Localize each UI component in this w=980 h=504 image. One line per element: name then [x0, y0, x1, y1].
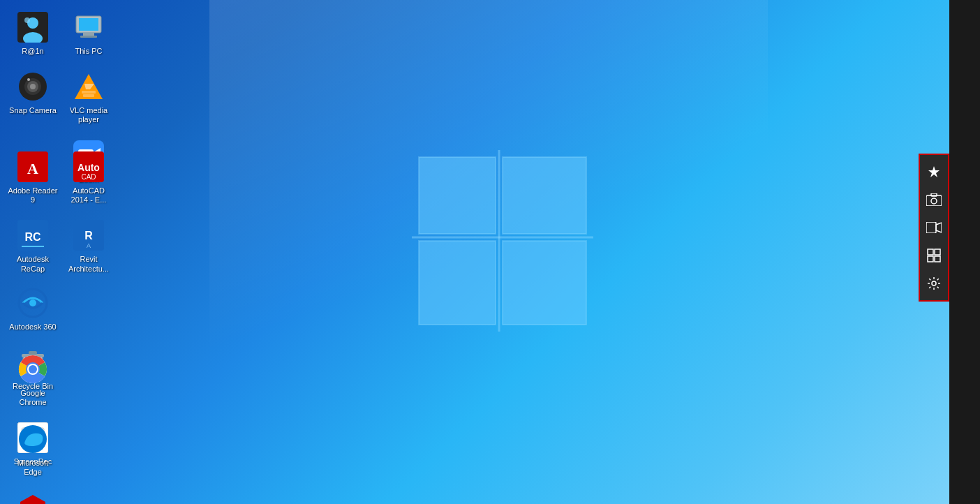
revit-icon: R A	[72, 218, 105, 252]
svg-rect-16	[82, 91, 96, 94]
google-chrome-icon	[16, 353, 50, 386]
icon-google-chrome[interactable]: Google Chrome	[5, 347, 61, 413]
svg-text:R: R	[84, 230, 93, 242]
pin-icon	[927, 165, 941, 179]
svg-rect-54	[931, 193, 937, 196]
icon-column-4: Auto CAD AutoCAD 2014 - E... R A Revit A…	[59, 143, 118, 281]
svg-rect-55	[926, 222, 936, 233]
toolbar-screenshot-button[interactable]	[920, 186, 948, 214]
svg-point-53	[931, 198, 937, 204]
windows-logo	[412, 150, 593, 334]
svg-marker-51	[928, 166, 940, 177]
icon-vlc[interactable]: VLC media player	[61, 64, 117, 130]
desktop: R@1n Snap Camera	[0, 0, 949, 504]
svg-rect-57	[928, 249, 933, 255]
icon-snap-camera[interactable]: Snap Camera	[5, 64, 61, 121]
svg-point-61	[932, 281, 936, 286]
gallery-icon	[927, 249, 941, 262]
svg-rect-17	[83, 94, 94, 97]
autodesk-recap-label: Autodesk ReCap	[8, 255, 58, 273]
google-chrome-label: Google Chrome	[8, 389, 58, 407]
svg-text:Auto: Auto	[77, 162, 100, 173]
video-icon	[926, 222, 942, 233]
autodesk360-icon	[16, 286, 50, 320]
screenshot-toolbar	[919, 154, 949, 302]
toolbar-pin-button[interactable]	[920, 158, 948, 186]
icon-autodesk360[interactable]: Autodesk 360	[5, 281, 61, 337]
right-panel	[949, 0, 980, 504]
microsoft-edge-label: Microsoft Edge	[8, 459, 58, 477]
vlc-label: VLC media player	[64, 106, 114, 124]
revit-label: Revit Architectu...	[64, 255, 114, 273]
icon-autodesk-recap[interactable]: RC Autodesk ReCap	[5, 213, 61, 279]
user-profile-label: R@1n	[22, 47, 43, 56]
snap-camera-label: Snap Camera	[9, 106, 57, 115]
svg-point-33	[29, 299, 36, 306]
k7total-icon: K7	[16, 491, 50, 504]
this-pc-icon	[72, 10, 105, 44]
microsoft-edge-icon	[16, 422, 50, 456]
svg-text:RC: RC	[24, 231, 41, 243]
icon-this-pc[interactable]: This PC	[61, 5, 117, 61]
svg-text:CAD: CAD	[81, 173, 96, 181]
svg-text:A: A	[87, 242, 91, 249]
icon-revit[interactable]: R A Revit Architectu...	[61, 213, 117, 279]
icon-adobe-reader[interactable]: A Adobe Reader 9	[5, 144, 61, 210]
svg-rect-14	[80, 36, 97, 38]
toolbar-video-button[interactable]	[920, 214, 948, 242]
svg-rect-58	[935, 249, 940, 255]
vlc-icon	[72, 70, 105, 103]
svg-point-9	[30, 84, 36, 89]
this-pc-label: This PC	[75, 47, 102, 56]
adobe-reader-icon: A	[16, 150, 50, 184]
icon-column-3: A Adobe Reader 9 RC Autodesk ReCap	[3, 143, 62, 281]
icon-column-7: Microsoft Edge K7 K7TotalSec...	[3, 415, 62, 504]
svg-rect-59	[928, 256, 933, 262]
adobe-reader-label: Adobe Reader 9	[8, 186, 58, 205]
svg-point-10	[27, 78, 30, 81]
icon-autocad[interactable]: Auto CAD AutoCAD 2014 - E...	[61, 144, 117, 210]
autodesk360-label: Autodesk 360	[9, 323, 56, 332]
svg-point-43	[29, 365, 37, 373]
icon-user-profile[interactable]: R@1n	[5, 5, 61, 61]
svg-marker-56	[936, 223, 942, 232]
user-profile-icon	[16, 10, 50, 44]
snap-camera-icon	[16, 70, 50, 103]
autocad-label: AutoCAD 2014 - E...	[64, 186, 114, 205]
autocad-icon: Auto CAD	[72, 150, 105, 184]
svg-rect-12	[79, 18, 98, 31]
toolbar-gallery-button[interactable]	[920, 242, 948, 269]
svg-rect-13	[83, 33, 94, 36]
autodesk-recap-icon: RC	[16, 218, 50, 252]
svg-text:A: A	[27, 160, 38, 177]
icon-k7total[interactable]: K7 K7TotalSec...	[5, 485, 61, 504]
svg-point-5	[24, 17, 30, 23]
svg-rect-60	[935, 256, 940, 262]
icon-column-1: R@1n Snap Camera	[3, 3, 62, 122]
icon-microsoft-edge[interactable]: Microsoft Edge	[5, 417, 61, 482]
toolbar-settings-button[interactable]	[920, 269, 948, 297]
settings-icon	[927, 276, 941, 290]
camera-icon	[926, 193, 942, 206]
